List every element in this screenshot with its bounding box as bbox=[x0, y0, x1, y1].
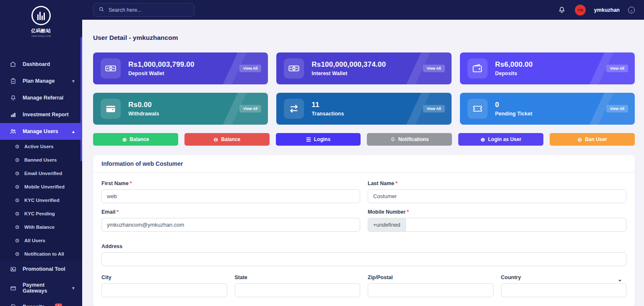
state-field[interactable] bbox=[235, 283, 361, 297]
svg-text:1: 1 bbox=[110, 67, 112, 71]
brand-logo[interactable]: 亿码酷站 YMKUZHAN.COM bbox=[0, 0, 82, 45]
sidebar-item-banned-users[interactable]: ⊙Banned Users bbox=[0, 153, 82, 167]
add-balance-button[interactable]: ⊕ Balance bbox=[93, 133, 178, 146]
view-all-button[interactable]: View All bbox=[239, 105, 261, 112]
button-label: Login as User bbox=[488, 136, 521, 142]
zip-field[interactable] bbox=[368, 283, 493, 297]
credit-card-icon bbox=[9, 284, 17, 292]
sidebar-item-label: Dashboard bbox=[23, 61, 50, 67]
alert-badge: ! bbox=[55, 303, 62, 306]
card-value: Rs0.00 bbox=[128, 101, 159, 109]
wallet-filled-icon bbox=[101, 99, 121, 119]
card-value: Rs6,000.00 bbox=[495, 60, 533, 69]
required-asterisk: * bbox=[407, 209, 409, 215]
sidebar-item-dashboard[interactable]: Dashboard bbox=[0, 56, 82, 73]
sidebar-item-manage-users[interactable]: Manage Users ▲ bbox=[0, 123, 82, 140]
topbar: YM ymkuzhan ⌄ bbox=[82, 0, 644, 20]
sidebar-item-active-users[interactable]: ⊙Active Users bbox=[0, 140, 82, 153]
ban-icon: ⊘ bbox=[577, 136, 582, 143]
submenu-label: KYC Unverified bbox=[24, 198, 60, 203]
search-box[interactable] bbox=[93, 3, 195, 17]
stat-card-interest-wallet[interactable]: 1 Rs100,000,000,374.00 Interest Wallet V… bbox=[276, 52, 451, 84]
sidebar-item-plan-manage[interactable]: Plan Manage ▼ bbox=[0, 73, 82, 89]
stat-card-deposits[interactable]: Rs6,000.00 Deposits View All bbox=[460, 52, 635, 84]
last-name-field[interactable] bbox=[368, 189, 626, 203]
view-all-button[interactable]: View All bbox=[423, 105, 445, 112]
user-avatar[interactable]: YM bbox=[575, 5, 586, 16]
wallet-outline-icon bbox=[467, 58, 488, 78]
sidebar-item-manage-referral[interactable]: Manage Referral bbox=[0, 89, 82, 106]
mobile-field[interactable] bbox=[405, 218, 626, 232]
stat-card-pending-ticket[interactable]: 0 Pending Ticket View All bbox=[460, 93, 635, 125]
user-menu-chevron-icon[interactable]: ⌄ bbox=[628, 7, 635, 13]
view-all-button[interactable]: View All bbox=[239, 65, 261, 72]
view-all-button[interactable]: View All bbox=[423, 65, 445, 72]
logins-button[interactable]: ☰ Logins bbox=[276, 133, 361, 146]
address-label: Address bbox=[101, 243, 626, 249]
chevron-down-icon: ▼ bbox=[71, 305, 75, 306]
first-name-field[interactable] bbox=[101, 189, 360, 203]
sidebar-item-label: Deposits bbox=[23, 304, 45, 306]
sidebar-item-investment-report[interactable]: Investment Report bbox=[0, 106, 82, 123]
ban-user-button[interactable]: ⊘ Ban User bbox=[550, 133, 635, 146]
sidebar-item-deposits[interactable]: Deposits ! ▼ bbox=[0, 298, 82, 306]
card-text: 0 Pending Ticket bbox=[495, 101, 532, 117]
search-input[interactable] bbox=[109, 7, 189, 13]
main-column: YM ymkuzhan ⌄ User Detail - ymkuzhancom … bbox=[82, 0, 644, 306]
submenu-label: Active Users bbox=[24, 144, 54, 149]
country-select[interactable] bbox=[501, 283, 627, 297]
circle-dot-icon: ⊙ bbox=[15, 224, 19, 230]
city-group: City bbox=[101, 275, 227, 297]
sidebar-item-mobile-unverified[interactable]: ⊙Mobile Unverified bbox=[0, 180, 82, 194]
button-label: Balance bbox=[221, 136, 240, 142]
submenu-label: Email Unverified bbox=[24, 171, 62, 176]
sidebar-scrollbar[interactable] bbox=[80, 37, 82, 161]
card-label: Transactions bbox=[312, 111, 344, 117]
submenu-label: With Balance bbox=[24, 225, 55, 230]
card-text: Rs0.00 Withdrawals bbox=[128, 101, 159, 117]
submenu-label: KYC Pending bbox=[24, 211, 55, 216]
card-label: Interest Wallet bbox=[312, 71, 386, 76]
stat-card-transactions[interactable]: 11 Transactions View All bbox=[276, 93, 451, 125]
sidebar-item-kyc-unverified[interactable]: ⊙KYC Unverified bbox=[0, 194, 82, 207]
submenu-label: Notification to All bbox=[24, 251, 64, 256]
subtract-balance-button[interactable]: ⊖ Balance bbox=[184, 133, 270, 146]
login-as-user-button[interactable]: ⊕ Login as User bbox=[458, 133, 543, 146]
view-all-button[interactable]: View All bbox=[606, 105, 628, 112]
ticket-icon bbox=[467, 99, 488, 119]
sidebar-item-payment-gateways[interactable]: Payment Gateways ▼ bbox=[0, 277, 82, 298]
mobile-label: Mobile Number* bbox=[368, 209, 626, 215]
circle-dot-icon: ⊙ bbox=[15, 211, 19, 217]
notifications-bell-icon[interactable] bbox=[557, 5, 566, 15]
username-label[interactable]: ymkuzhan bbox=[594, 7, 620, 13]
mobile-prefix-addon: +undefined bbox=[368, 218, 405, 232]
card-value: Rs100,000,000,374.00 bbox=[312, 60, 386, 69]
address-field[interactable] bbox=[101, 252, 626, 266]
email-label: Email* bbox=[101, 209, 360, 215]
button-label: Logins bbox=[314, 136, 330, 142]
stat-card-deposit-wallet[interactable]: 1 Rs1,000,003,799.00 Deposit Wallet View… bbox=[93, 52, 268, 84]
sidebar-item-kyc-pending[interactable]: ⊙KYC Pending bbox=[0, 207, 82, 220]
sidebar-item-email-unverified[interactable]: ⊙Email Unverified bbox=[0, 167, 82, 180]
plus-circle-icon: ⊕ bbox=[122, 136, 127, 143]
email-group: Email* bbox=[101, 209, 360, 232]
sidebar-item-label: Manage Referral bbox=[23, 95, 63, 101]
view-all-button[interactable]: View All bbox=[606, 65, 628, 72]
customer-info-card: Information of web Costumer First Name* … bbox=[93, 155, 635, 306]
submenu-label: Mobile Unverified bbox=[24, 184, 65, 189]
email-field[interactable] bbox=[101, 218, 360, 232]
clipboard-icon bbox=[9, 77, 17, 85]
city-label: City bbox=[101, 275, 227, 280]
city-field[interactable] bbox=[101, 283, 227, 297]
zip-group: Zip/Postal bbox=[368, 275, 493, 297]
list-icon: ☰ bbox=[306, 136, 311, 143]
sidebar-item-promotional-tool[interactable]: Promotional Tool bbox=[0, 261, 82, 277]
stat-card-withdrawals[interactable]: Rs0.00 Withdrawals View All bbox=[93, 93, 268, 125]
sidebar-item-all-users[interactable]: ⊙All Users bbox=[0, 234, 82, 247]
sidebar-item-notification-to-all[interactable]: ⊙Notification to All bbox=[0, 247, 82, 261]
sidebar-item-with-balance[interactable]: ⊙With Balance bbox=[0, 220, 82, 234]
content: User Detail - ymkuzhancom 1 Rs1,000,003,… bbox=[82, 20, 644, 306]
notifications-button[interactable]: Notifications bbox=[367, 133, 452, 146]
submenu-label: Banned Users bbox=[24, 157, 57, 162]
search-icon bbox=[99, 6, 104, 14]
